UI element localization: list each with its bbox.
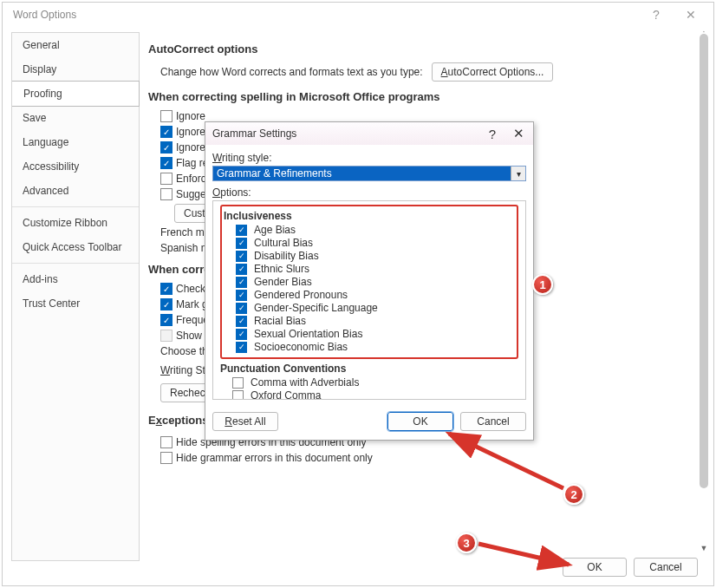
sidebar-item-addins[interactable]: Add-ins: [12, 267, 139, 291]
checkbox[interactable]: ✓: [236, 342, 247, 353]
sidebar: General Display Proofing Save Language A…: [11, 32, 140, 561]
option-label: Oxford Comma: [251, 389, 321, 400]
opt-label: Enforc: [176, 173, 206, 185]
spanish-modes-label: Spanish n: [160, 242, 206, 254]
callout-badge-1: 1: [532, 274, 553, 295]
sidebar-item-general[interactable]: General: [12, 33, 139, 57]
help-button[interactable]: ?: [639, 8, 674, 22]
checkbox[interactable]: ✓: [160, 298, 172, 310]
sidebar-item-display[interactable]: Display: [12, 57, 139, 82]
scrollbar[interactable]: ▲ ▼: [698, 32, 710, 549]
checkbox[interactable]: ✓: [236, 316, 247, 327]
modal-footer: Reset All OK Cancel: [205, 407, 533, 440]
option-label: Cultural Bias: [254, 237, 313, 249]
checkbox[interactable]: ✓: [160, 141, 172, 154]
autocorrect-text: Change how Word corrects and formats tex…: [160, 66, 423, 78]
opt-label: Ignore: [176, 126, 205, 138]
option-label: Gendered Pronouns: [254, 289, 348, 301]
option-label: Ethnic Slurs: [254, 263, 309, 275]
checkbox[interactable]: ✓: [236, 251, 247, 262]
autocorrect-heading: AutoCorrect options: [148, 42, 694, 56]
reset-all-button[interactable]: Reset All: [212, 412, 278, 431]
checkbox[interactable]: [160, 188, 172, 200]
sidebar-item-customize-ribbon[interactable]: Customize Ribbon: [12, 211, 139, 235]
checkbox[interactable]: ✓: [236, 303, 247, 314]
checkbox[interactable]: [160, 452, 172, 464]
checkbox[interactable]: ✓: [236, 277, 247, 288]
inclusiveness-highlight: Inclusiveness ✓Age Bias ✓Cultural Bias ✓…: [220, 205, 518, 359]
scroll-down-icon[interactable]: ▼: [698, 544, 710, 552]
opt-label: Check: [176, 283, 205, 295]
titlebar: Word Options ? ✕: [3, 3, 713, 27]
autocorrect-options-button[interactable]: AutoCorrect Options...: [432, 62, 554, 82]
opt-label: Mark g: [176, 298, 208, 310]
sidebar-item-language[interactable]: Language: [12, 130, 139, 154]
option-label: Sexual Orientation Bias: [254, 328, 362, 340]
spelling-heading: When correcting spelling in Microsoft Of…: [148, 90, 694, 103]
modal-title: Grammar Settings: [212, 127, 479, 140]
opt-label: Flag re: [176, 157, 208, 169]
opt-label: Sugge: [176, 188, 206, 200]
options-listbox[interactable]: Inclusiveness ✓Age Bias ✓Cultural Bias ✓…: [212, 200, 526, 400]
callout-badge-3: 3: [456, 532, 477, 553]
modal-help-button[interactable]: ?: [479, 127, 505, 141]
checkbox[interactable]: ✓: [160, 314, 172, 326]
writing-style-selected: Grammar & Refinements: [217, 167, 522, 180]
option-label: Racial Bias: [254, 315, 306, 327]
checkbox[interactable]: ✓: [236, 238, 247, 249]
option-label: Age Bias: [254, 224, 296, 236]
option-label: Gender Bias: [254, 276, 312, 288]
option-label: Gender-Specific Language: [254, 302, 378, 314]
sidebar-item-qat[interactable]: Quick Access Toolbar: [12, 235, 139, 259]
group-inclusiveness-heading: Inclusiveness: [224, 210, 515, 222]
sidebar-item-advanced[interactable]: Advanced: [12, 179, 139, 203]
choose-label: Choose th: [160, 345, 208, 357]
opt-label: Ignore: [176, 141, 205, 154]
checkbox[interactable]: [160, 110, 172, 122]
dialog-footer: OK Cancel: [563, 558, 698, 577]
ok-button[interactable]: OK: [563, 558, 627, 577]
sidebar-item-proofing[interactable]: Proofing: [12, 81, 140, 107]
checkbox[interactable]: ✓: [232, 377, 244, 389]
cancel-button[interactable]: Cancel: [634, 558, 698, 577]
checkbox[interactable]: ✓: [160, 126, 172, 138]
chevron-down-icon[interactable]: ▾: [511, 167, 525, 180]
writing-style-combo[interactable]: Grammar & Refinements ▾: [212, 166, 526, 181]
sidebar-item-save[interactable]: Save: [12, 106, 139, 130]
checkbox[interactable]: [160, 436, 172, 448]
group-punctuation-heading: Punctuation Conventions: [220, 363, 518, 375]
grammar-settings-dialog: Grammar Settings ? ✕ Writing style: Gram…: [205, 121, 534, 441]
checkbox[interactable]: ✓: [232, 390, 244, 401]
sidebar-item-trust-center[interactable]: Trust Center: [12, 291, 139, 316]
checkbox[interactable]: ✓: [236, 290, 247, 301]
option-label: Socioeconomic Bias: [254, 341, 348, 353]
modal-titlebar: Grammar Settings ? ✕: [205, 122, 533, 145]
modal-ok-button[interactable]: OK: [387, 412, 453, 431]
sidebar-item-accessibility[interactable]: Accessibility: [12, 154, 139, 179]
opt-label: Show: [176, 330, 202, 342]
checkbox[interactable]: ✓: [236, 264, 247, 275]
scroll-thumb[interactable]: [700, 34, 708, 488]
writing-style-label: Writing style:: [212, 152, 526, 164]
options-label: Options:: [212, 186, 526, 199]
french-modes-label: French m: [160, 226, 205, 238]
checkbox[interactable]: ✓: [236, 225, 247, 236]
option-label: Disability Bias: [254, 250, 319, 262]
callout-badge-2: 2: [563, 484, 584, 505]
checkbox: [160, 330, 172, 342]
option-label: Comma with Adverbials: [251, 376, 359, 389]
checkbox[interactable]: [160, 173, 172, 185]
checkbox[interactable]: ✓: [160, 283, 172, 295]
window-title: Word Options: [8, 9, 639, 21]
checkbox[interactable]: ✓: [236, 329, 247, 340]
hide-grammar-label: Hide grammar errors in this document onl…: [176, 452, 373, 464]
modal-cancel-button[interactable]: Cancel: [460, 412, 526, 431]
modal-close-button[interactable]: ✕: [505, 126, 531, 141]
close-button[interactable]: ✕: [674, 8, 708, 22]
checkbox[interactable]: ✓: [160, 157, 172, 169]
opt-label: Ignore: [176, 110, 205, 122]
